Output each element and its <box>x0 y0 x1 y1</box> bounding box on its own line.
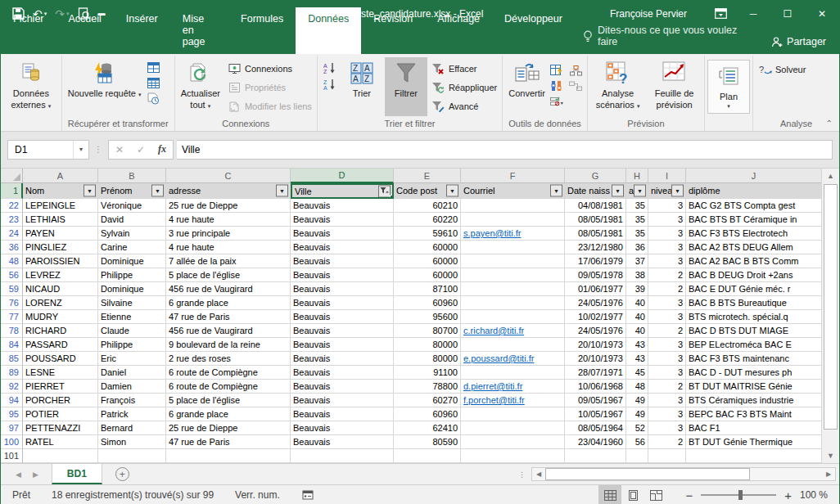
next-sheet-icon[interactable]: ▶ <box>33 470 38 479</box>
cancel-formula-icon[interactable]: ✕ <box>109 144 130 155</box>
cell-J56[interactable]: BAC B DEUG Droit +2ans <box>686 268 821 282</box>
cell-A92[interactable]: PIERRET <box>23 380 98 394</box>
scroll-up-icon[interactable]: ▲ <box>822 169 839 183</box>
cell-A24[interactable]: PAYEN <box>23 227 98 241</box>
cell-A100[interactable]: RATEL <box>23 435 98 449</box>
row-header-23[interactable]: 23 <box>1 213 23 227</box>
row-header-77[interactable]: 77 <box>1 310 23 324</box>
cell-B97[interactable]: Bernard <box>98 421 166 435</box>
cell-I22[interactable]: 3 <box>648 199 686 213</box>
cell-F100[interactable] <box>461 435 565 449</box>
scroll-right-icon[interactable]: ▶ <box>822 468 835 480</box>
row-header-24[interactable]: 24 <box>1 227 23 241</box>
filter-cell-J[interactable]: diplôme <box>686 183 821 199</box>
cell-F48[interactable] <box>461 254 565 268</box>
cell-E78[interactable]: 80700 <box>394 324 461 338</box>
cell-F22[interactable] <box>461 199 565 213</box>
cell-I24[interactable]: 3 <box>648 227 686 241</box>
cell-A56[interactable]: LEVREZ <box>23 268 98 282</box>
cell-J77[interactable]: BTS microtech. spécial.q <box>686 310 821 324</box>
cell-C97[interactable]: 25 rue de Dieppe <box>166 421 291 435</box>
cell-A95[interactable]: POTIER <box>23 407 98 421</box>
maximize-button[interactable]: ☐ <box>770 1 805 26</box>
cell-C84[interactable]: 9 boulevard de la reine <box>166 338 291 352</box>
filter-applied-icon-D[interactable] <box>378 185 391 197</box>
cell-H97[interactable]: 52 <box>626 421 648 435</box>
cell-E97[interactable]: 62410 <box>394 421 461 435</box>
cell-J48[interactable]: BAC A2 BAC B BTS Comm <box>686 254 821 268</box>
cell-D97[interactable]: Beauvais <box>291 421 394 435</box>
cell-A59[interactable]: NICAUD <box>23 282 98 296</box>
cell-I77[interactable]: 3 <box>648 310 686 324</box>
sort-button[interactable]: ZAAZ Trier <box>341 57 383 116</box>
column-header-C[interactable]: C <box>166 169 291 183</box>
filter-dropdown-icon-G[interactable]: ▼ <box>612 185 624 197</box>
empty-cell[interactable] <box>98 449 166 463</box>
cell-J23[interactable]: BAC BTS BT Céramique in <box>686 213 821 227</box>
cell-F97[interactable] <box>461 421 565 435</box>
cell-J97[interactable]: BAC F1 <box>686 421 821 435</box>
cell-J76[interactable]: BAC B BTS Bureautique <box>686 296 821 310</box>
cell-A36[interactable]: PINGLIEZ <box>23 241 98 254</box>
cell-E56[interactable]: 60000 <box>394 268 461 282</box>
cell-B92[interactable]: Damien <box>98 380 166 394</box>
cell-C59[interactable]: 456 rue de Vaugirard <box>166 282 291 296</box>
clear-filter-button[interactable]: Effacer <box>429 61 499 77</box>
cell-D92[interactable]: Beauvais <box>291 380 394 394</box>
cell-D36[interactable]: Beauvais <box>291 241 394 254</box>
cell-D24[interactable]: Beauvais <box>291 227 394 241</box>
cell-H36[interactable]: 36 <box>626 241 648 254</box>
cell-I92[interactable]: 2 <box>648 380 686 394</box>
cell-A97[interactable]: PETTENAZZI <box>23 421 98 435</box>
row-header-89[interactable]: 89 <box>1 366 23 380</box>
empty-cell[interactable] <box>648 449 686 463</box>
column-header-I[interactable]: I <box>648 169 686 183</box>
forecast-sheet-button[interactable]: Feuille de prévision <box>647 57 702 116</box>
prev-sheet-icon[interactable]: ◀ <box>16 470 21 479</box>
cell-A78[interactable]: RICHARD <box>23 324 98 338</box>
cell-H85[interactable]: 43 <box>626 352 648 366</box>
filter-dropdown-icon-F[interactable]: ▼ <box>550 185 562 197</box>
cell-D89[interactable]: Beauvais <box>291 366 394 380</box>
cell-B56[interactable]: Philippe <box>98 268 166 282</box>
remove-duplicates-icon[interactable] <box>550 79 564 92</box>
cell-F56[interactable] <box>461 268 565 282</box>
empty-cell[interactable] <box>565 449 626 463</box>
sheet-tab-bd1[interactable]: BD1 <box>52 464 102 484</box>
macro-record-icon[interactable] <box>301 488 315 502</box>
cell-J24[interactable]: BAC F3 BTS Electrotech <box>686 227 821 241</box>
zoom-out-icon[interactable]: − <box>684 488 694 502</box>
cell-F76[interactable] <box>461 296 565 310</box>
cell-C100[interactable]: 47 rue de Paris <box>166 435 291 449</box>
cell-I95[interactable]: 3 <box>648 407 686 421</box>
cell-E48[interactable]: 60000 <box>394 254 461 268</box>
filter-dropdown-icon-H[interactable]: ▼ <box>634 185 646 197</box>
cell-C56[interactable]: 5 place de l'église <box>166 268 291 282</box>
edit-links-button[interactable]: Modifier les liens <box>225 98 314 115</box>
cell-E100[interactable]: 80590 <box>394 435 461 449</box>
row-header-92[interactable]: 92 <box>1 380 23 394</box>
column-header-D[interactable]: D <box>291 169 394 183</box>
cell-D59[interactable]: Beauvais <box>291 282 394 296</box>
normal-view-icon[interactable] <box>598 485 621 504</box>
row-header-56[interactable]: 56 <box>1 268 23 282</box>
external-data-button[interactable]: Données externes ▾ <box>3 57 59 116</box>
cell-B76[interactable]: Silvaine <box>98 296 166 310</box>
filter-cell-B[interactable]: Prénom▼ <box>98 183 166 199</box>
email-link[interactable]: s.payen@titi.fr <box>463 228 521 238</box>
cell-F24[interactable]: s.payen@titi.fr <box>461 227 565 241</box>
cell-C85[interactable]: 2 rue des roses <box>166 352 291 366</box>
insert-function-icon[interactable]: fx <box>151 143 173 155</box>
share-button[interactable]: Partager <box>763 30 839 54</box>
cell-G59[interactable]: 01/06/1977 <box>565 282 626 296</box>
cell-H92[interactable]: 48 <box>626 380 648 394</box>
cell-E22[interactable]: 60210 <box>394 199 461 213</box>
cell-C92[interactable]: 6 route de Compiègne <box>166 380 291 394</box>
cell-C94[interactable]: 5 place de l'église <box>166 394 291 407</box>
cell-D23[interactable]: Beauvais <box>291 213 394 227</box>
cell-H76[interactable]: 40 <box>626 296 648 310</box>
cell-B84[interactable]: Philippe <box>98 338 166 352</box>
ribbon-tab-formules[interactable]: Formules <box>228 7 296 54</box>
cell-I94[interactable]: 3 <box>648 394 686 407</box>
cell-J100[interactable]: BT DUT Génie Thermique <box>686 435 821 449</box>
